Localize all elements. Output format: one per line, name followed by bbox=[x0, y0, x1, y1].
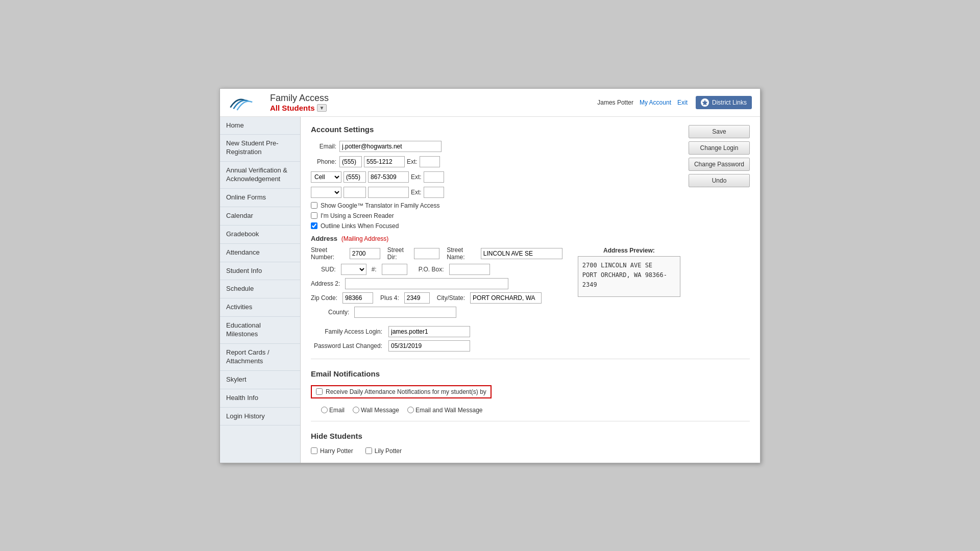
radio-both[interactable] bbox=[407, 407, 414, 413]
sidebar-item-new-student[interactable]: New Student Pre-Registration bbox=[220, 135, 300, 162]
extra-phone-type-select[interactable]: Cell Home Work bbox=[311, 187, 341, 198]
notif-checkbox[interactable] bbox=[316, 388, 323, 395]
exit-link[interactable]: Exit bbox=[677, 99, 688, 106]
extra-phone-group: Cell Home Work Ext: bbox=[311, 187, 680, 198]
cell-group: Cell Home Work Ext: bbox=[311, 171, 680, 183]
sud-select[interactable] bbox=[341, 264, 366, 275]
sidebar-item-calendar[interactable]: Calendar bbox=[220, 207, 300, 226]
radio-both-label: Email and Wall Message bbox=[415, 407, 483, 414]
screen-reader-label: I'm Using a Screen Reader bbox=[321, 212, 394, 219]
radio-wall[interactable] bbox=[353, 407, 359, 413]
ext-label-2: Ext: bbox=[411, 173, 422, 181]
radio-wall-item: Wall Message bbox=[353, 407, 399, 414]
sidebar-item-report-cards[interactable]: Report Cards / Attachments bbox=[220, 344, 300, 371]
radio-email-item: Email bbox=[321, 407, 345, 414]
sidebar-item-skylert[interactable]: Skylert bbox=[220, 371, 300, 389]
password-changed-label: Password Last Changed: bbox=[311, 342, 382, 349]
sidebar-item-gradebook[interactable]: Gradebook bbox=[220, 226, 300, 244]
sidebar-item-activities[interactable]: Activities bbox=[220, 298, 300, 317]
sidebar-item-health-info[interactable]: Health Info bbox=[220, 389, 300, 408]
email-notifications-section: Email Notifications Receive Daily Attend… bbox=[311, 369, 750, 414]
radio-wall-label: Wall Message bbox=[361, 407, 399, 414]
sud-label: SUD: bbox=[321, 266, 336, 273]
change-login-button[interactable]: Change Login bbox=[689, 141, 750, 155]
zip-input[interactable] bbox=[342, 292, 373, 304]
student-item-lily: Lily Potter bbox=[365, 447, 402, 455]
undo-button[interactable]: Undo bbox=[689, 174, 750, 187]
street-dir-input[interactable] bbox=[414, 248, 439, 259]
cell-area-input[interactable] bbox=[344, 171, 366, 183]
street-name-input[interactable] bbox=[481, 248, 562, 259]
sud-row: SUD: #: P.O. Box: bbox=[321, 264, 562, 275]
phone-number-input[interactable] bbox=[364, 156, 405, 167]
radio-email[interactable] bbox=[321, 407, 328, 413]
all-students-dropdown[interactable]: ▼ bbox=[317, 104, 327, 112]
sidebar-item-educational-milestones[interactable]: Educational Milestones bbox=[220, 317, 300, 344]
cell-number-input[interactable] bbox=[368, 171, 409, 183]
extra-phone-area-input[interactable] bbox=[344, 187, 366, 198]
address-preview-box: 2700 LINCOLN AVE SE PORT ORCHARD, WA 983… bbox=[578, 256, 680, 297]
plus4-input[interactable] bbox=[404, 292, 430, 304]
address-line2: PORT ORCHARD, WA 98366-2349 bbox=[582, 270, 676, 290]
section-title: Account Settings bbox=[311, 125, 680, 134]
hash-input[interactable] bbox=[382, 264, 407, 275]
app-title: Family Access bbox=[270, 93, 329, 104]
email-input[interactable] bbox=[339, 141, 442, 152]
address2-input[interactable] bbox=[345, 278, 508, 289]
harry-checkbox[interactable] bbox=[311, 447, 317, 454]
outline-links-checkbox[interactable] bbox=[311, 222, 317, 229]
phone-type-select[interactable]: Cell Home Work bbox=[311, 171, 341, 183]
cell-ext-input[interactable] bbox=[424, 171, 444, 183]
my-account-link[interactable]: My Account bbox=[640, 99, 671, 106]
sidebar-item-annual-verification[interactable]: Annual Verification & Acknowledgement bbox=[220, 162, 300, 189]
sidebar-item-online-forms[interactable]: Online Forms bbox=[220, 189, 300, 207]
sidebar-item-schedule[interactable]: Schedule bbox=[220, 280, 300, 298]
phone-ext-input[interactable] bbox=[420, 156, 440, 167]
extra-ext-input[interactable] bbox=[424, 187, 444, 198]
address-heading: Address (Mailing Address) bbox=[311, 235, 562, 242]
phone-label: Phone: bbox=[311, 158, 336, 165]
password-changed-row: Password Last Changed: bbox=[311, 340, 750, 352]
family-access-login-row: Family Access Login: bbox=[311, 326, 750, 337]
sidebar-item-student-info[interactable]: Student Info bbox=[220, 262, 300, 281]
skyward-logo: SKYWARD bbox=[228, 93, 264, 112]
family-login-section: Family Access Login: Password Last Chang… bbox=[311, 326, 750, 352]
radio-group: Email Wall Message Email and Wall Messag… bbox=[321, 407, 750, 414]
street-number-label: Street Number: bbox=[311, 246, 347, 261]
street-number-input[interactable] bbox=[350, 248, 380, 259]
save-button[interactable]: Save bbox=[689, 125, 750, 138]
phone-area-input[interactable] bbox=[339, 156, 362, 167]
address-preview-container: Address Preview: 2700 LINCOLN AVE SE POR… bbox=[578, 247, 680, 321]
address-line1: 2700 LINCOLN AVE SE bbox=[582, 261, 676, 270]
county-input[interactable] bbox=[354, 307, 456, 318]
notif-label: Receive Daily Attendance Notifications f… bbox=[326, 388, 486, 395]
citystate-input[interactable] bbox=[470, 292, 542, 304]
extra-phone-number-input[interactable] bbox=[368, 187, 409, 198]
district-links-button[interactable]: District Links bbox=[696, 96, 752, 109]
translator-row: Show Google™ Translator in Family Access bbox=[311, 202, 680, 209]
sidebar-item-attendance[interactable]: Attendance bbox=[220, 244, 300, 262]
radio-email-label: Email bbox=[329, 407, 345, 414]
password-changed-input[interactable] bbox=[388, 340, 470, 352]
user-name: James Potter bbox=[597, 99, 633, 106]
main-content: Account Settings Email: Phone: Ext: bbox=[301, 117, 760, 463]
mailing-address-link[interactable]: (Mailing Address) bbox=[341, 235, 389, 242]
right-panel: Save Change Login Change Password Undo bbox=[689, 125, 750, 187]
header: SKYWARD Family Access All Students ▼ Jam… bbox=[220, 89, 760, 117]
header-titles: Family Access All Students ▼ bbox=[270, 93, 329, 112]
divider-2 bbox=[311, 421, 750, 421]
content-area: Home New Student Pre-Registration Annual… bbox=[220, 117, 760, 463]
family-access-login-input[interactable] bbox=[388, 326, 470, 337]
translator-checkbox[interactable] bbox=[311, 202, 317, 209]
po-box-input[interactable] bbox=[449, 264, 490, 275]
address-preview-label: Address Preview: bbox=[578, 247, 680, 254]
county-row: County: bbox=[311, 307, 562, 318]
hide-students-title: Hide Students bbox=[311, 432, 750, 440]
change-password-button[interactable]: Change Password bbox=[689, 158, 750, 171]
sidebar-item-home[interactable]: Home bbox=[220, 117, 300, 135]
sidebar-item-login-history[interactable]: Login History bbox=[220, 408, 300, 426]
lily-checkbox[interactable] bbox=[365, 447, 372, 454]
svg-text:SKYWARD: SKYWARD bbox=[228, 111, 257, 112]
street-row: Street Number: Street Dir: Street Name: bbox=[311, 246, 562, 261]
screen-reader-checkbox[interactable] bbox=[311, 212, 317, 219]
